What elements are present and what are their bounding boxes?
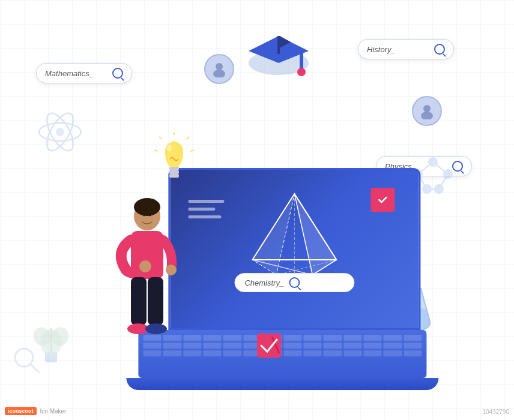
svg-rect-44 <box>131 277 147 325</box>
svg-point-15 <box>216 63 223 70</box>
laptop-base <box>126 378 438 390</box>
user-avatar-top <box>204 54 234 84</box>
svg-line-61 <box>31 364 39 373</box>
svg-point-25 <box>428 157 438 167</box>
svg-rect-11 <box>300 50 303 71</box>
svg-rect-45 <box>148 277 163 325</box>
graduation-cap-icon <box>243 30 315 92</box>
svg-point-40 <box>134 198 160 216</box>
stock-id: 10492790 <box>483 409 510 415</box>
atom-icon <box>36 108 84 158</box>
watermark: iconscout Ico Maker <box>5 407 66 415</box>
pyramid-icon <box>240 182 348 280</box>
svg-line-55 <box>154 150 158 151</box>
svg-point-50 <box>149 214 151 217</box>
svg-point-47 <box>145 323 167 334</box>
person-figure <box>108 192 174 360</box>
user-avatar-right <box>412 96 442 126</box>
svg-point-49 <box>143 214 145 217</box>
svg-point-12 <box>297 68 306 76</box>
svg-marker-32 <box>294 194 336 275</box>
svg-line-52 <box>186 137 189 139</box>
svg-point-59 <box>167 145 172 152</box>
svg-line-53 <box>190 150 194 151</box>
screen-lines <box>188 200 224 223</box>
mathematics-search-icon <box>112 68 123 79</box>
iconscout-logo: iconscout <box>5 407 37 415</box>
mathematics-search-bar[interactable]: Mathematics_ <box>36 63 132 83</box>
svg-point-3 <box>56 128 64 136</box>
lightbulb-icon <box>153 132 195 188</box>
chemistry-search-bar[interactable]: Chemistry_ <box>234 273 354 292</box>
svg-rect-13 <box>277 36 280 54</box>
watermark-tool: Ico Maker <box>40 408 67 415</box>
chemistry-label: Chemistry_ <box>244 278 284 287</box>
history-search-icon <box>434 44 445 55</box>
keyboard-checkbox <box>254 331 284 363</box>
svg-line-54 <box>159 137 162 139</box>
svg-point-18 <box>421 112 433 119</box>
magnifier-icon <box>12 346 42 378</box>
svg-point-42 <box>139 260 151 272</box>
chemistry-search-icon <box>289 277 300 288</box>
mathematics-label: Mathematics_ <box>45 69 107 78</box>
svg-rect-56 <box>169 167 179 170</box>
svg-point-16 <box>213 70 225 77</box>
svg-rect-58 <box>169 174 179 178</box>
history-search-bar[interactable]: History_ <box>358 39 454 59</box>
history-label: History_ <box>367 45 429 54</box>
svg-marker-33 <box>252 194 294 275</box>
svg-point-17 <box>423 105 431 112</box>
laptop-screen: Chemistry_ <box>168 168 420 330</box>
scene: Mathematics_ History_ Physics_ <box>0 0 514 420</box>
svg-rect-57 <box>169 170 179 174</box>
svg-point-43 <box>166 265 177 275</box>
svg-point-48 <box>142 216 147 220</box>
check-note <box>370 188 395 212</box>
